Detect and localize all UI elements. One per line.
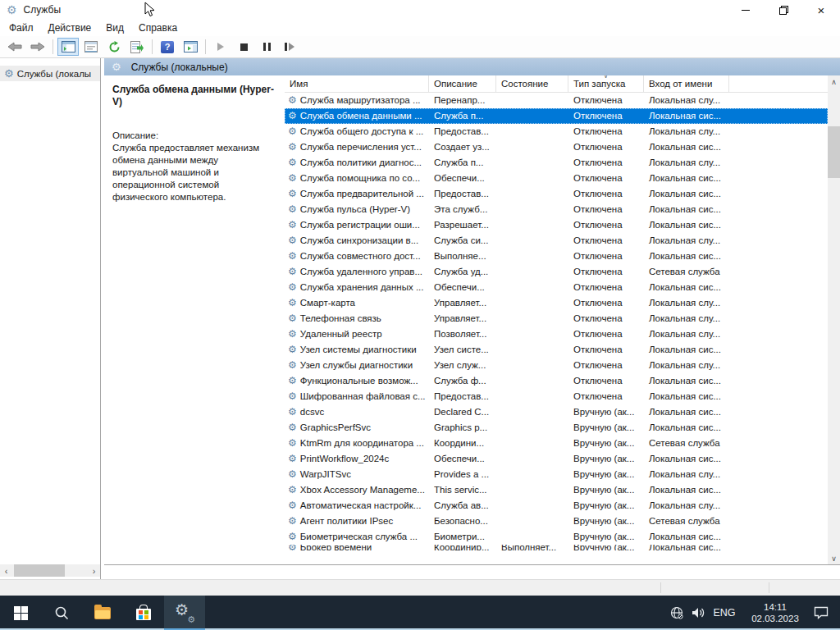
volume-button[interactable] [687, 596, 709, 630]
pause-service-button[interactable] [256, 38, 277, 56]
service-description-cell: Служба си... [429, 233, 496, 249]
service-row[interactable]: ⚙Брокер времени Координир... Выполняет..… [285, 545, 828, 550]
service-row[interactable]: ⚙Удаленный реестр Позволяет... Отключена… [285, 326, 828, 342]
service-row[interactable]: ⚙Служба политики диагнос... Служба п... … [285, 155, 828, 171]
menu-action[interactable]: Действие [41, 22, 99, 34]
file-explorer-button[interactable] [82, 596, 123, 630]
service-row[interactable]: ⚙Служба обмена данными ... Служба п... О… [285, 108, 828, 124]
service-row[interactable]: ⚙WarpJITSvc Provides a ... Вручную (ак..… [285, 467, 828, 482]
restart-service-button[interactable] [279, 38, 300, 56]
service-row[interactable]: ⚙Служба помощника по со... Обеспечи... О… [285, 171, 828, 186]
tree-horizontal-scrollbar[interactable]: ‹ › [0, 564, 100, 577]
close-button[interactable]: × [802, 0, 840, 20]
scroll-down-icon[interactable]: ∨ [828, 552, 840, 564]
service-row[interactable]: ⚙dcsvc Declared C... Вручную (ак... Лока… [285, 404, 828, 420]
network-button[interactable] [666, 596, 687, 630]
help-icon: ? [161, 41, 174, 53]
microsoft-store-button[interactable] [123, 596, 164, 630]
forward-button[interactable] [27, 38, 48, 56]
menu-view[interactable]: Вид [98, 22, 131, 34]
service-row[interactable]: ⚙Служба совместного дост... Выполняе... … [285, 249, 828, 264]
service-row[interactable]: ⚙Служба хранения данных ... Обеспечи... … [285, 280, 828, 295]
service-startup-type-cell: Отключена [568, 108, 644, 124]
service-gear-icon: ⚙ [288, 264, 297, 280]
service-row[interactable]: ⚙KtmRm для координатора ... Координи... … [285, 436, 828, 451]
service-row[interactable]: ⚙PrintWorkflow_2024c Обеспечи... Вручную… [285, 451, 828, 467]
column-header-startup-type[interactable]: ∨Тип запуска [568, 75, 644, 92]
service-name-cell: ⚙Служба общего доступа к ... [285, 124, 429, 139]
service-status-cell [496, 217, 568, 233]
service-row[interactable]: ⚙Функциональные возмож... Служба ф... От… [285, 373, 828, 389]
service-gear-icon: ⚙ [288, 280, 297, 295]
export-list-button[interactable] [126, 38, 148, 56]
service-row[interactable]: ⚙Xbox Accessory Manageme... This servic.… [285, 482, 828, 498]
service-logon-cell: Локальная сис... [644, 529, 729, 545]
service-row[interactable]: ⚙Служба синхронизации в... Служба си... … [285, 233, 828, 249]
search-button[interactable] [41, 596, 82, 630]
service-description-cell: Служба уд... [429, 264, 496, 280]
clock[interactable]: 14:11 02.03.2023 [740, 601, 810, 624]
service-row[interactable]: ⚙Смарт-карта Управляет... Отключена Лока… [285, 295, 828, 311]
service-row[interactable]: ⚙Узел службы диагностики Узел служ... От… [285, 358, 828, 373]
service-row[interactable]: ⚙Биометрическая служба ... Биометри... В… [285, 529, 828, 545]
service-row[interactable]: ⚙Агент политики IPsec Безопасно... Вручн… [285, 514, 828, 529]
column-header-logon-as[interactable]: Вход от имени [644, 75, 729, 92]
service-startup-type-cell: Вручную (ак... [568, 467, 644, 482]
screen: ⚙ Службы × Файл Действие Вид Справка [0, 0, 840, 630]
menu-help[interactable]: Справка [131, 22, 185, 34]
status-bar [0, 579, 840, 596]
stop-service-button[interactable] [233, 38, 254, 56]
service-row[interactable]: ⚙Служба предварительной ... Предостав...… [285, 186, 828, 202]
start-button[interactable] [0, 596, 41, 630]
service-row[interactable]: ⚙Служба перечисления уст... Создает уз..… [285, 139, 828, 155]
service-logon-cell: Локальная слу... [644, 498, 729, 514]
column-header-name[interactable]: Имя [285, 75, 429, 92]
service-row[interactable]: ⚙Служба общего доступа к ... Предостав..… [285, 124, 828, 139]
service-name-cell: ⚙Служба совместного дост... [285, 249, 429, 264]
restore-button[interactable] [765, 0, 802, 20]
properties-button[interactable] [80, 38, 102, 56]
list-vscroll-thumb[interactable] [828, 126, 840, 178]
services-taskbar-button[interactable]: ⚙⚙ [164, 596, 205, 630]
list-vertical-scrollbar[interactable]: ∧ ∨ [828, 75, 840, 564]
service-row[interactable]: ⚙Служба маршрутизатора ... Перенапр... О… [285, 93, 828, 108]
service-description-cell: Предостав... [429, 186, 496, 202]
help-button[interactable]: ? [157, 38, 178, 56]
action-center-button[interactable] [810, 596, 832, 630]
service-startup-type-cell: Вручную (ак... [568, 420, 644, 436]
tree-hscroll-thumb[interactable] [14, 564, 65, 577]
refresh-button[interactable] [103, 38, 125, 56]
column-header-description[interactable]: Описание [429, 75, 496, 92]
scroll-right-icon[interactable]: › [88, 564, 100, 577]
service-status-cell: Выполняет... [496, 545, 568, 550]
service-row[interactable]: ⚙Шифрованная файловая с... Предостав... … [285, 389, 828, 404]
service-row[interactable]: ⚙Автоматическая настройк... Служба ав...… [285, 498, 828, 514]
band-title: Службы (локальные) [131, 62, 228, 73]
menu-file[interactable]: Файл [2, 22, 41, 34]
network-icon [670, 606, 684, 620]
back-button[interactable] [4, 38, 25, 56]
language-indicator[interactable]: ENG [709, 607, 740, 619]
menu-bar: Файл Действие Вид Справка [0, 20, 840, 36]
results-pane: ⚙ Службы (локальные) Служба обмена данны… [104, 58, 840, 579]
service-row[interactable]: ⚙Узел системы диагностики Узел систе... … [285, 342, 828, 358]
service-startup-type-cell: Отключена [568, 217, 644, 233]
service-name-cell: ⚙Функциональные возмож... [285, 373, 429, 389]
minimize-button[interactable] [727, 0, 765, 20]
service-row[interactable]: ⚙Телефонная связь Управляет... Отключена… [285, 311, 828, 326]
service-row[interactable]: ⚙Служба пульса (Hyper-V) Эта служб... От… [285, 202, 828, 217]
service-row[interactable]: ⚙Служба регистрации оши... Разрешает... … [285, 217, 828, 233]
start-service-button[interactable] [210, 38, 231, 56]
service-startup-type-cell: Отключена [568, 186, 644, 202]
service-startup-type-cell: Отключена [568, 326, 644, 342]
service-row[interactable]: ⚙GraphicsPerfSvc Graphics p... Вручную (… [285, 420, 828, 436]
service-description-cell: Служба ф... [429, 373, 496, 389]
show-console-tree-button[interactable] [57, 38, 79, 56]
window-title: Службы [24, 4, 61, 16]
show-action-pane-button[interactable] [180, 38, 201, 56]
scroll-up-icon[interactable]: ∧ [828, 75, 840, 88]
tree-item-services-local[interactable]: ⚙ Службы (локалы [0, 66, 100, 81]
scroll-left-icon[interactable]: ‹ [0, 564, 12, 577]
column-header-status[interactable]: Состояние [496, 75, 568, 92]
service-row[interactable]: ⚙Служба удаленного управ... Служба уд...… [285, 264, 828, 280]
